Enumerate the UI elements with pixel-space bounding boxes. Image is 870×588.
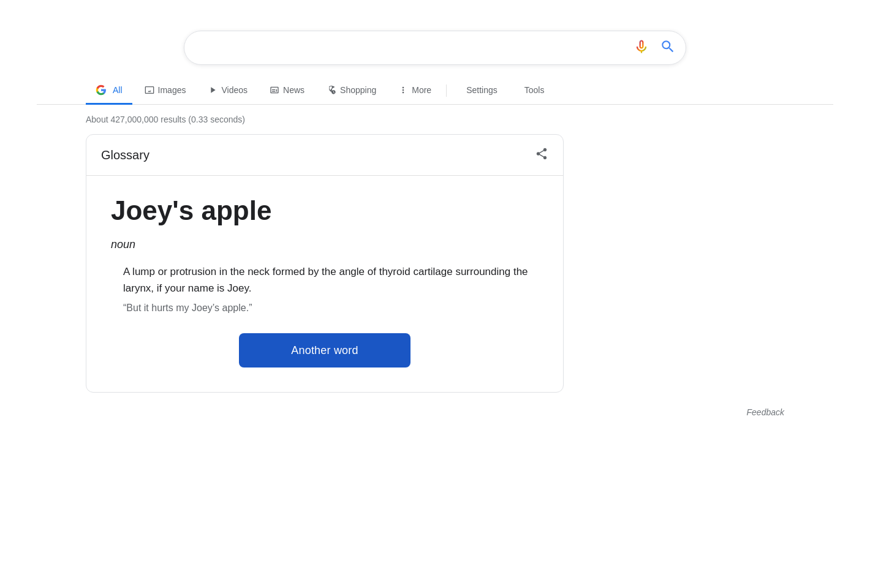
result-count-text: About 427,000,000 results (0.33 seconds) bbox=[86, 115, 245, 124]
tab-tools-label: Tools bbox=[524, 85, 545, 95]
tab-images[interactable]: Images bbox=[135, 78, 196, 104]
word-title: Joey's apple bbox=[111, 195, 539, 226]
more-dots-icon bbox=[398, 85, 408, 95]
tab-settings-label: Settings bbox=[466, 85, 497, 95]
tab-images-label: Images bbox=[158, 85, 186, 95]
feedback-link[interactable]: Feedback bbox=[747, 407, 784, 417]
shopping-icon bbox=[327, 85, 336, 95]
another-word-button[interactable]: Another word bbox=[239, 333, 410, 368]
word-definition: A lump or protrusion in the neck formed … bbox=[123, 263, 539, 296]
nav-tabs: All Images Videos News bbox=[37, 77, 833, 105]
mic-icon[interactable] bbox=[633, 38, 650, 58]
share-icon[interactable] bbox=[535, 147, 548, 163]
word-example: “But it hurts my Joey’s apple.” bbox=[123, 303, 539, 314]
result-count: About 427,000,000 results (0.33 seconds) bbox=[37, 115, 833, 134]
tab-news[interactable]: News bbox=[260, 78, 314, 104]
tab-all[interactable]: All bbox=[86, 77, 132, 105]
glossary-body: Joey's apple noun A lump or protrusion i… bbox=[86, 176, 563, 392]
tab-videos-label: Videos bbox=[221, 85, 248, 95]
glossary-title: Glossary bbox=[101, 148, 149, 162]
nav-separator bbox=[446, 85, 447, 97]
news-icon bbox=[270, 85, 279, 95]
tab-shopping-label: Shopping bbox=[340, 85, 376, 95]
tab-settings[interactable]: Settings bbox=[456, 78, 507, 104]
tab-shopping[interactable]: Shopping bbox=[317, 78, 386, 104]
videos-icon bbox=[208, 85, 218, 95]
tab-videos[interactable]: Videos bbox=[198, 78, 257, 104]
search-icons bbox=[633, 38, 676, 58]
feedback-row: Feedback bbox=[37, 398, 833, 417]
glossary-card: Glossary Joey's apple noun A lump or pro… bbox=[86, 134, 564, 393]
tab-news-label: News bbox=[283, 85, 304, 95]
tab-all-label: All bbox=[113, 85, 123, 95]
search-bar-wrapper: friends glossary bbox=[37, 18, 833, 65]
word-pos: noun bbox=[111, 238, 539, 251]
search-input[interactable]: friends glossary bbox=[199, 41, 633, 55]
search-bar: friends glossary bbox=[184, 31, 686, 65]
tab-tools[interactable]: Tools bbox=[515, 78, 554, 104]
search-magnifier-icon[interactable] bbox=[660, 39, 676, 57]
all-icon bbox=[96, 85, 107, 96]
tab-more-label: More bbox=[412, 85, 431, 95]
images-icon bbox=[145, 85, 154, 95]
glossary-header: Glossary bbox=[86, 135, 563, 176]
tab-more[interactable]: More bbox=[388, 78, 441, 104]
